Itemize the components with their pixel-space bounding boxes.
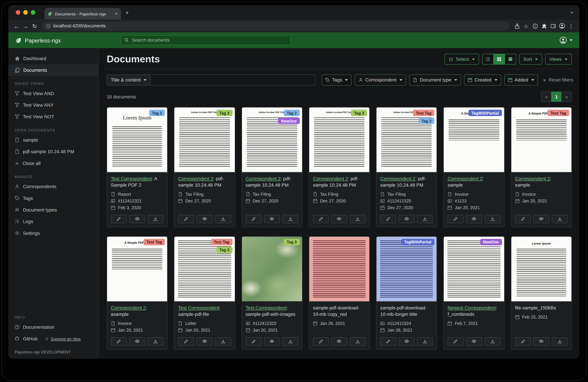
download-button[interactable] [484, 215, 500, 223]
edit-button[interactable] [111, 215, 126, 223]
edit-button[interactable] [178, 337, 194, 345]
tag-badge[interactable]: Tag 2 [418, 118, 434, 124]
correspondent-link[interactable]: Test Correspondent [111, 176, 152, 181]
document-thumbnail[interactable]: A Simple PDF File TagWithPartial [444, 107, 504, 172]
title-content-dropdown[interactable]: Title & content [107, 74, 151, 86]
close-window-button[interactable] [16, 10, 20, 15]
correspondent-link[interactable]: Correspondent 2 [111, 305, 146, 310]
view-button[interactable] [466, 337, 482, 345]
document-thumbnail[interactable]: A Simple PDF File Test Tag [511, 107, 571, 172]
correspondent-link[interactable]: Correspondent 2 [448, 176, 483, 181]
tag-badge[interactable]: Test Tag [547, 110, 569, 116]
view-button[interactable] [331, 337, 347, 345]
tag-badge[interactable]: TagWithPartial [468, 110, 502, 116]
created-filter-button[interactable]: Created [464, 74, 501, 86]
sidebar-item-logs[interactable]: Logs [8, 216, 98, 227]
side-panel-icon[interactable] [548, 21, 558, 30]
view-button[interactable] [197, 215, 212, 223]
zoom-window-button[interactable] [31, 10, 35, 15]
tag-badge[interactable]: TagWithPartial [401, 239, 435, 245]
download-button[interactable] [282, 215, 298, 223]
document-thumbnail[interactable]: Tag 3 [242, 237, 302, 302]
edit-button[interactable] [178, 215, 194, 223]
sidebar-item-correspondents[interactable]: Correspondents [8, 181, 98, 192]
tag-badge[interactable]: Tag 3 [216, 110, 232, 116]
tag-badge[interactable]: NewOne [278, 118, 300, 124]
tab-close-icon[interactable] [115, 12, 118, 16]
edit-button[interactable] [380, 337, 396, 345]
download-button[interactable] [282, 337, 298, 345]
download-button[interactable] [148, 337, 164, 345]
correspondent-link[interactable]: Correspondent 2 [380, 176, 415, 181]
page-1-button[interactable]: 1 [551, 92, 562, 102]
download-button[interactable] [350, 215, 366, 223]
view-button[interactable] [264, 215, 280, 223]
forward-button[interactable]: → [21, 21, 30, 30]
edit-button[interactable] [246, 215, 261, 223]
search-input[interactable] [121, 35, 291, 45]
views-button[interactable]: Views [545, 54, 572, 65]
tag-badge[interactable]: Tag 3 [216, 247, 232, 253]
edit-button[interactable] [246, 337, 261, 345]
document-thumbnail[interactable]: Lorem Ipsum Tag 2 [107, 107, 167, 172]
new-tab-button[interactable]: + [126, 10, 129, 15]
document-thumbnail[interactable]: Adobe Acrobat PDF Files Tag 3 [174, 107, 235, 172]
edit-button[interactable] [111, 337, 126, 345]
download-button[interactable] [417, 337, 433, 345]
correspondent-link[interactable]: Correspondent 2 [515, 176, 550, 181]
download-button[interactable] [417, 215, 433, 223]
sidebar-item-open-doc-sample[interactable]: sample [8, 134, 98, 146]
user-menu[interactable] [559, 37, 572, 44]
view-button[interactable] [399, 215, 415, 223]
sidebar-item-dashboard[interactable]: Dashboard [8, 53, 98, 64]
view-button[interactable] [533, 215, 549, 223]
sidebar-item-test-view-and[interactable]: Test View AND [8, 87, 98, 99]
correspondent-link[interactable]: Correspondent 2 [313, 176, 348, 181]
document-thumbnail[interactable] [309, 237, 369, 302]
back-button[interactable]: ← [12, 21, 21, 30]
tab-search-chevron-icon[interactable] [569, 10, 574, 15]
document-type-filter-button[interactable]: Document type [409, 74, 461, 86]
title-text[interactable]: file-sample_150kBs [515, 305, 556, 310]
download-button[interactable] [148, 215, 164, 223]
download-button[interactable] [215, 337, 231, 345]
app-brand[interactable]: Paperless-ngx [15, 37, 61, 43]
tag-badge[interactable]: Tag 3 [351, 110, 367, 116]
view-button[interactable] [331, 215, 347, 223]
prev-page-button[interactable]: « [541, 92, 552, 102]
grid-view-button[interactable] [493, 54, 505, 65]
tags-filter-button[interactable]: Tags [322, 74, 352, 86]
edit-button[interactable] [448, 215, 463, 223]
tag-badge[interactable]: NewOne [480, 239, 502, 245]
added-filter-button[interactable]: Added [504, 74, 538, 86]
view-button[interactable] [399, 337, 415, 345]
edit-button[interactable] [515, 215, 531, 223]
download-button[interactable] [552, 215, 568, 223]
page-info-icon[interactable] [530, 21, 540, 30]
title-text[interactable]: sample-pdf-download-10-mb-longer-title [380, 305, 427, 317]
document-thumbnail[interactable]: Lorem ipsum [511, 237, 571, 302]
tag-badge[interactable]: Test Tag [413, 110, 435, 116]
edit-button[interactable] [313, 337, 329, 345]
list-view-button[interactable] [482, 54, 494, 65]
tag-badge[interactable]: Tag 2 [149, 110, 165, 116]
view-button[interactable] [533, 337, 549, 345]
suggest-an-idea-link[interactable]: Suggest an idea [45, 336, 81, 341]
edit-button[interactable] [380, 215, 396, 223]
tag-badge[interactable]: Tag 3 [284, 239, 300, 245]
download-button[interactable] [215, 215, 231, 223]
download-button[interactable] [552, 337, 568, 345]
edit-button[interactable] [515, 337, 531, 345]
sidebar-item-open-doc-pdf-sample[interactable]: pdf-sample 10.24.48 PM [8, 146, 98, 157]
correspondent-link[interactable]: Test Correspondent [246, 305, 287, 310]
view-button[interactable] [466, 215, 482, 223]
tag-badge[interactable]: Test Tag [143, 239, 165, 245]
sidebar-item-tags[interactable]: Tags [8, 192, 98, 204]
sidebar-item-settings[interactable]: Settings [8, 227, 98, 239]
view-button[interactable] [264, 337, 280, 345]
download-button[interactable] [350, 337, 366, 345]
title-text[interactable]: sample-pdf-download-10-mb copy_red [313, 305, 359, 317]
reload-button[interactable]: ↻ [30, 21, 39, 30]
sidebar-item-test-view-any[interactable]: Test View ANY [8, 99, 98, 111]
sidebar-item-document-types[interactable]: Document types [8, 204, 98, 216]
